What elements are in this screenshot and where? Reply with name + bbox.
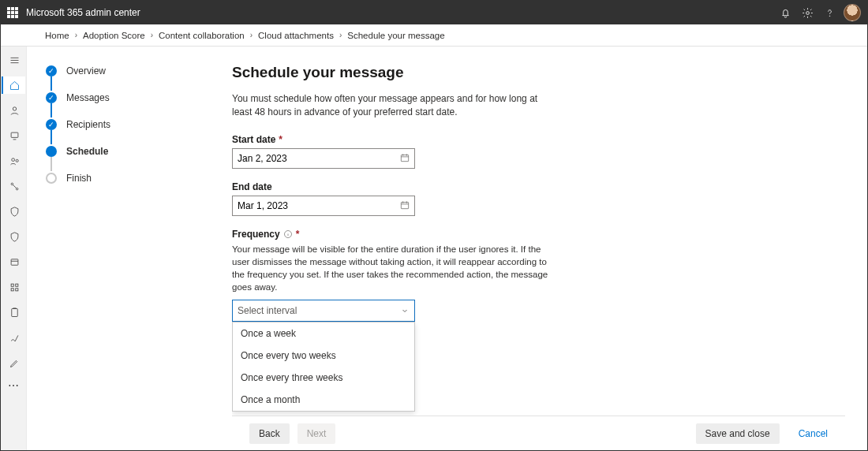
settings-icon[interactable]	[796, 2, 818, 24]
svg-point-2	[13, 106, 16, 110]
rail-teams-icon[interactable]	[2, 152, 25, 170]
step-bullet-upcoming-icon	[46, 173, 57, 184]
svg-rect-8	[11, 259, 18, 265]
save-and-close-button[interactable]: Save and close	[696, 423, 780, 444]
app-title: Microsoft 365 admin center	[26, 7, 140, 18]
breadcrumb: Home› Adoption Score› Content collaborat…	[1, 24, 867, 47]
frequency-option[interactable]: Once every two weeks	[233, 345, 414, 367]
breadcrumb-item[interactable]: Cloud attachments	[258, 31, 334, 40]
frequency-option[interactable]: Once a week	[233, 322, 414, 345]
wizard-step-label: Messages	[66, 91, 110, 103]
wizard-steps: Overview Messages Recipients Schedule Fi…	[27, 47, 232, 450]
wizard-step-recipients[interactable]: Recipients	[46, 117, 232, 144]
start-date-input[interactable]	[232, 148, 415, 169]
breadcrumb-item[interactable]: Home	[45, 31, 69, 40]
rail-shield-icon[interactable]	[2, 228, 25, 245]
frequency-select[interactable]: Select interval	[232, 300, 415, 322]
step-bullet-current-icon	[46, 146, 57, 157]
rail-apps-icon[interactable]	[2, 278, 25, 296]
svg-point-6	[11, 183, 13, 185]
wizard-step-overview[interactable]: Overview	[46, 64, 232, 91]
help-icon[interactable]	[818, 2, 840, 24]
breadcrumb-item[interactable]: Adoption Score	[83, 31, 145, 40]
svg-rect-12	[15, 288, 17, 290]
account-avatar[interactable]	[844, 4, 861, 21]
rail-customize-icon[interactable]	[2, 354, 25, 371]
step-bullet-done-icon	[46, 65, 57, 76]
wizard-step-messages[interactable]: Messages	[46, 91, 232, 117]
chevron-down-icon	[400, 306, 410, 315]
rail-billing-icon[interactable]	[2, 253, 25, 270]
rail-more-icon[interactable]: ⋯	[8, 379, 20, 392]
rail-connector-icon[interactable]	[2, 177, 25, 195]
app-launcher-icon[interactable]	[7, 7, 18, 18]
svg-rect-9	[11, 284, 13, 286]
end-date-label: End date	[232, 181, 845, 192]
wizard-step-finish[interactable]: Finish	[46, 171, 232, 198]
svg-point-1	[829, 15, 830, 16]
left-nav-rail: ⋯	[1, 47, 27, 450]
rail-hamburger-icon[interactable]	[2, 51, 25, 69]
info-icon	[283, 229, 293, 239]
svg-rect-10	[15, 284, 17, 286]
breadcrumb-item[interactable]: Content collaboration	[159, 31, 245, 40]
svg-point-4	[11, 158, 14, 161]
next-button[interactable]: Next	[297, 423, 336, 444]
rail-health-icon[interactable]	[2, 329, 25, 346]
frequency-help-text: Your message will be visible for the ent…	[232, 243, 556, 293]
wizard-step-label: Recipients	[66, 117, 110, 130]
wizard-footer: Back Next Save and close Cancel	[232, 416, 845, 450]
frequency-option[interactable]: Once a month	[233, 389, 414, 411]
wizard-step-schedule[interactable]: Schedule	[46, 144, 232, 171]
step-bullet-done-icon	[46, 92, 57, 103]
rail-reports-icon[interactable]	[2, 304, 25, 321]
breadcrumb-item[interactable]: Schedule your message	[347, 31, 444, 40]
frequency-option[interactable]: Once every three weeks	[233, 367, 414, 389]
rail-devices-icon[interactable]	[2, 127, 25, 144]
svg-point-7	[16, 188, 18, 190]
back-button[interactable]: Back	[249, 423, 290, 444]
frequency-label: Frequency *	[232, 229, 845, 240]
rail-shield-icon[interactable]	[2, 203, 25, 220]
step-bullet-done-icon	[46, 119, 57, 130]
svg-rect-13	[11, 308, 17, 316]
wizard-step-label: Finish	[66, 171, 92, 184]
frequency-select-value: Select interval	[238, 305, 297, 316]
frequency-dropdown: Once a week Once every two weeks Once ev…	[232, 322, 415, 412]
svg-point-5	[16, 159, 18, 162]
svg-rect-11	[11, 288, 13, 290]
page-lead: You must schedule how often your message…	[232, 92, 540, 120]
wizard-step-label: Schedule	[66, 144, 108, 157]
cancel-link[interactable]: Cancel	[799, 428, 828, 439]
rail-users-icon[interactable]	[2, 102, 25, 119]
svg-rect-3	[11, 132, 18, 137]
notifications-icon[interactable]	[774, 2, 796, 24]
wizard-step-label: Overview	[66, 64, 106, 76]
svg-point-0	[806, 11, 809, 14]
start-date-label: Start date *	[232, 134, 845, 145]
end-date-input[interactable]	[232, 196, 415, 216]
page-title: Schedule your message	[232, 64, 845, 81]
rail-home-icon[interactable]	[2, 76, 25, 94]
